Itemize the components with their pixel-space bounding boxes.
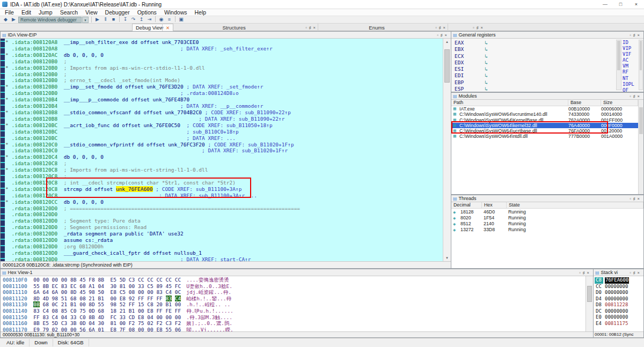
dock-float-icon[interactable]: ▫ xyxy=(473,24,474,31)
disasm-line[interactable]: .rdata:008120D0 xyxy=(5,211,443,218)
stack-row[interactable]: CC00000000 xyxy=(595,284,629,290)
thread-row[interactable]: ◈1812846D0Running xyxy=(451,209,643,215)
menu-item-edit[interactable]: Edit xyxy=(18,9,35,16)
disasm-line[interactable]: * .idata:008120B0 __imp__set_fmode dd of… xyxy=(5,84,443,90)
disasm-scrollbar[interactable]: ▲ ▼ xyxy=(443,39,451,261)
flag-nt[interactable]: NT xyxy=(623,76,638,82)
jump-to-value-icon[interactable]: ↳ xyxy=(485,86,488,92)
stop-process-icon[interactable]: ■ xyxy=(109,16,118,23)
dock-float-icon[interactable]: ▫ xyxy=(437,32,438,39)
dock-close-icon[interactable]: × xyxy=(480,24,482,31)
debugger-indicator-icon[interactable]: ◆ xyxy=(2,16,10,23)
tab-enums[interactable]: Enums ▫♯× xyxy=(318,24,448,31)
stack-row[interactable]: D800811228 xyxy=(595,302,629,308)
register-row[interactable]: ECX↳ xyxy=(455,53,488,60)
jump-to-value-icon[interactable]: ↳ xyxy=(485,60,488,65)
register-row[interactable]: EDX↳ xyxy=(455,60,488,66)
dock-pin-icon[interactable]: ♯ xyxy=(309,24,311,31)
registers-scrollbar[interactable] xyxy=(616,40,621,90)
register-row[interactable]: EBP↳ xyxy=(455,79,488,86)
menu-item-jump[interactable]: Jump xyxy=(35,9,56,16)
stack-row[interactable]: DC00000000 xyxy=(595,308,629,315)
disasm-line[interactable]: * .idata:008120B4 __imp___p__commode dd … xyxy=(5,97,443,103)
disasm-line[interactable]: * .idata:008120CC db 0, 0, 0, 0 xyxy=(5,199,443,205)
disasm-line[interactable]: .idata:008120B0 ; .rdata:008124D8↓o xyxy=(5,90,443,97)
dock-float-icon[interactable]: ▫ xyxy=(435,24,437,31)
dock-float-icon[interactable]: ▫ xyxy=(305,24,307,31)
close-icon[interactable]: × xyxy=(628,0,644,9)
dock-float-icon[interactable]: ▫ xyxy=(630,93,631,100)
flag-ac[interactable]: AC xyxy=(623,57,638,63)
disasm-line[interactable]: .idata:008120C8 ; int __cdecl strcmp(con… xyxy=(5,180,443,186)
disasm-line[interactable]: .rdata:008120D0 ; ======================… xyxy=(5,205,443,212)
register-row[interactable]: EAX↳ xyxy=(455,40,488,46)
maximize-icon[interactable]: □ xyxy=(613,0,628,9)
register-row[interactable]: EBX↳ xyxy=(455,46,488,53)
hex-row[interactable]: 00811140 83 C4 08 85 C0 75 0D 68 18 21 B… xyxy=(3,308,233,314)
scroll-down-icon[interactable]: ▼ xyxy=(443,255,451,261)
flag-vif[interactable]: VIF xyxy=(623,51,638,57)
run-to-cursor-icon[interactable]: ⇥ xyxy=(145,16,153,23)
hex-row[interactable]: 00811160 8B E5 5D C3 3B 0D 04 30 81 00 F… xyxy=(3,320,233,327)
thread-row[interactable]: ◈85122140Running xyxy=(451,221,643,227)
disasm-line[interactable]: * .idata:008120B0 ; Imports from api-ms-… xyxy=(5,65,443,71)
column-header-path[interactable]: Path xyxy=(451,100,568,106)
pause-process-icon[interactable]: ‖ xyxy=(101,16,109,23)
column-header-hex[interactable]: Hex xyxy=(482,202,507,208)
flag-iopl[interactable]: IOPL xyxy=(623,82,638,87)
module-row[interactable]: ▦C:\Windows\SysWOW64\KernelBase.dll762A0… xyxy=(451,117,638,123)
disasm-line[interactable]: .idata:008120C8 ; xyxy=(5,173,443,180)
flag-vip[interactable]: VIP xyxy=(623,46,638,51)
menu-item-view[interactable]: View xyxy=(82,9,101,16)
dock-close-icon[interactable]: × xyxy=(638,32,640,39)
menu-item-file[interactable]: File xyxy=(1,9,18,16)
disasm-line[interactable]: * .idata:008120C8 ; Imports from api-ms-… xyxy=(5,167,443,173)
dock-close-icon[interactable]: × xyxy=(445,32,447,39)
module-row[interactable]: ▦IAT.exe00B1000000006000 xyxy=(451,106,638,112)
step-over-icon[interactable]: ↷ xyxy=(129,16,137,23)
stack-row[interactable]: E000000000 xyxy=(595,314,629,321)
column-header-state[interactable]: State xyxy=(507,202,643,208)
column-header-decimal[interactable]: Decimal xyxy=(451,202,482,208)
disasm-line[interactable]: .rdata:008120D0 ;org 0B120D0h xyxy=(5,243,443,250)
menu-item-help[interactable]: Help xyxy=(191,9,210,16)
disasm-line[interactable]: .rdata:008120D0 ___guard_check_icall_fpt… xyxy=(5,250,443,256)
dock-close-icon[interactable]: × xyxy=(638,195,640,202)
disasm-line[interactable]: .idata:008120B0 ; xyxy=(5,71,443,78)
dock-pin-icon[interactable]: ♯ xyxy=(439,24,441,31)
disasm-line[interactable]: .idata:008120BC ; sub_B110C0+18↑p xyxy=(5,129,443,135)
menu-item-debugger[interactable]: Debugger xyxy=(101,9,134,16)
column-header-size[interactable]: Size xyxy=(601,100,638,106)
disasm-line[interactable]: .idata:008120C8 ; DATA XREF: sub_B11100+… xyxy=(5,193,443,199)
debugger-windows-icon[interactable]: ▣ xyxy=(177,16,185,23)
stack-list[interactable]: C876FEA600CC00000000D000000000D400000000… xyxy=(595,277,629,327)
step-into-icon[interactable]: ↧ xyxy=(121,16,129,23)
breakpoint-list-icon[interactable]: ≡ xyxy=(165,16,173,23)
continue-process-icon[interactable]: ▶ xyxy=(10,16,18,23)
hex-row[interactable]: 008110F0 00 00 00 00 8B 45 F8 8B E5 5D C… xyxy=(3,277,233,283)
stack-row[interactable]: C876FEA600 xyxy=(595,277,629,284)
menu-item-windows[interactable]: Windows xyxy=(160,9,191,16)
hex-row[interactable]: 00811150 FF 83 C4 04 33 C0 8B 4D FC 33 C… xyxy=(3,314,233,321)
scrollbar-thumb[interactable] xyxy=(617,41,620,70)
disasm-line[interactable]: .idata:008120B8 ; DATA XREF: sub_B11090+… xyxy=(5,116,443,122)
stack-row[interactable]: E400811175 xyxy=(595,321,629,327)
disasm-line[interactable]: .idata:008120B0 ; errno_t __cdecl _set_f… xyxy=(5,77,443,84)
disasm-line[interactable]: .idata:008120BC ; DATA XREF: ... xyxy=(5,135,443,142)
disasm-line[interactable]: .rdata:008120D0 ; Segment permissions: R… xyxy=(5,224,443,231)
minimize-icon[interactable]: — xyxy=(597,0,613,9)
disasm-line[interactable]: .rdata:008120D0 ; DATA XREF: start-CA↑r xyxy=(5,256,443,261)
dock-pin-icon[interactable]: ♯ xyxy=(633,32,635,39)
flag-rf[interactable]: RF xyxy=(623,69,638,75)
scrollbar-thumb[interactable] xyxy=(444,49,450,83)
disasm-line[interactable]: * .idata:008120C0 __stdio_common_vfprint… xyxy=(5,142,443,148)
tab-structures[interactable]: Structures ▫♯× xyxy=(162,24,318,31)
flag-vm[interactable]: VM xyxy=(623,63,638,69)
jump-to-value-icon[interactable]: ↳ xyxy=(485,40,488,46)
start-process-icon[interactable]: ▶ xyxy=(93,16,101,23)
disasm-line[interactable]: .rdata:008120D0 _rdata segment para publ… xyxy=(5,231,443,237)
column-header-base[interactable]: Base xyxy=(568,100,601,106)
jump-to-value-icon[interactable]: ↳ xyxy=(485,72,488,78)
step-out-icon[interactable]: ↥ xyxy=(137,16,145,23)
hex-row[interactable]: 00811110 6A 64 6A 00 8D 45 98 50 E8 C5 0… xyxy=(3,289,233,296)
